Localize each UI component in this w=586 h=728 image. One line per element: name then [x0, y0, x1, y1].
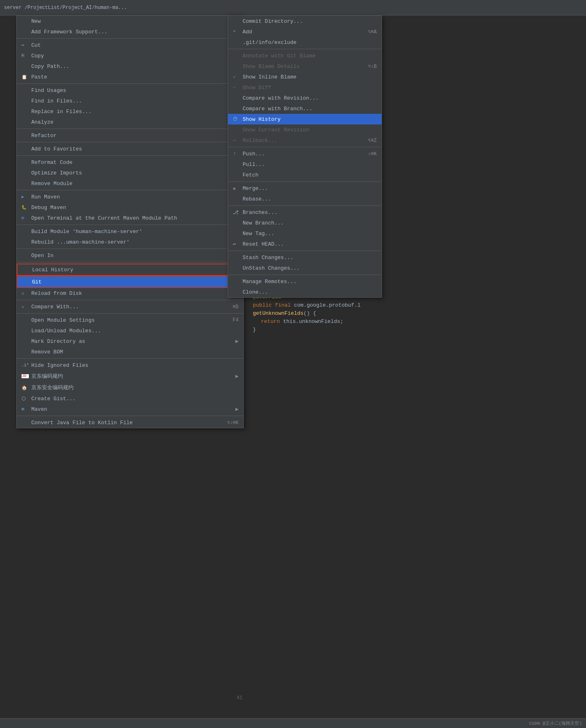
terminal-icon: ⊞: [22, 216, 29, 220]
menu-item-find-in-files[interactable]: Find in Files...^⇧F: [17, 96, 243, 106]
menu-item-remove-bom[interactable]: Remove BOM: [17, 347, 243, 357]
label-open-terminal: Open Terminal at the Current Maven Modul…: [31, 215, 239, 221]
context-menu-left: New▶Add Framework Support...✂Cut⌘X⎘Copy⌘…: [16, 15, 244, 428]
git-menu-item-new-branch[interactable]: New Branch...: [228, 218, 382, 228]
label-find-in-files: Find in Files...: [31, 98, 221, 104]
menu-item-rebuild[interactable]: Rebuild ...uman-machine-server'⇧⌘F9: [17, 237, 243, 247]
git-menu-item-commit-dir[interactable]: Commit Directory...: [228, 16, 382, 26]
git-label-stash-changes: Stash Changes...: [243, 255, 377, 261]
code-line: }: [228, 326, 578, 334]
git-menu-item-compare-revision[interactable]: Compare with Revision...: [228, 93, 382, 103]
git-menu-item-manage-remotes[interactable]: Manage Remotes...: [228, 276, 382, 287]
label-debug-maven: Debug Maven: [31, 205, 232, 211]
menu-item-compare-with[interactable]: ✦Compare With...⌘D: [17, 301, 243, 312]
menu-item-cut[interactable]: ✂Cut⌘X: [17, 40, 243, 50]
label-optimize-imports: Optimize Imports: [31, 170, 221, 176]
label-mark-directory: Mark Directory as: [31, 338, 232, 344]
git-menu-item-merge[interactable]: ⚒Merge...: [228, 183, 382, 194]
git-menu-item-unstash-changes[interactable]: UnStash Changes...: [228, 263, 382, 273]
menu-item-add-framework[interactable]: Add Framework Support...: [17, 26, 243, 37]
menu-item-hide-ignored[interactable]: .i*Hide Ignored Files: [17, 360, 243, 371]
git-menu-item-show-inline-blame[interactable]: ✓Show Inline Blame: [228, 72, 382, 82]
git-menu-item-reset-head[interactable]: ↩Reset HEAD...: [228, 239, 382, 249]
separator: [17, 262, 243, 262]
add-icon: +: [233, 29, 240, 35]
git-label-new-branch: New Branch...: [243, 220, 377, 226]
reload-icon: ↺: [22, 291, 29, 296]
menu-item-new[interactable]: New▶: [17, 16, 243, 26]
code-line: getUnknownFields() {: [228, 310, 578, 318]
menu-item-optimize-imports[interactable]: Optimize Imports⌥⌘O: [17, 168, 243, 178]
git-menu-item-clone[interactable]: Clone...: [228, 287, 382, 297]
git-menu-item-show-diff[interactable]: ↔Show Diff: [228, 82, 382, 93]
git-menu-item-push[interactable]: ↑Push...⇧⌘K: [228, 148, 382, 159]
git-label-show-history: Show History: [243, 116, 377, 122]
menu-item-mark-directory[interactable]: Mark Directory as▶: [17, 336, 243, 347]
menu-item-analyze[interactable]: Analyze▶: [17, 117, 243, 127]
git-shortcut-push: ⇧⌘K: [368, 151, 377, 157]
menu-item-copy[interactable]: ⎘Copy⌘C: [17, 50, 243, 61]
git-menu-item-fetch[interactable]: Fetch: [228, 170, 382, 180]
menu-item-maven[interactable]: mMaven▶: [17, 404, 243, 414]
git-menu-item-rollback[interactable]: ↩Rollback...⌥⌘Z: [228, 135, 382, 146]
git-label-rollback: Rollback...: [243, 137, 360, 144]
git-menu-item-compare-branch[interactable]: Compare with Branch...: [228, 103, 382, 114]
git-menu-item-annotate-blame[interactable]: Annotate with Git Blame: [228, 50, 382, 61]
git-label-rebase: Rebase...: [243, 196, 377, 202]
git-menu-item-show-current-revision[interactable]: Show Current Revision: [228, 124, 382, 135]
git-menu-item-rebase[interactable]: Rebase...: [228, 194, 382, 204]
git-menu-item-add[interactable]: +Add⌥⌘A: [228, 26, 382, 37]
git-menu-item-show-history[interactable]: ⏱Show History: [228, 114, 382, 124]
git-shortcut-show-blame-details: ⌥⇧B: [368, 63, 377, 70]
git-label-fetch: Fetch: [243, 172, 377, 178]
label-add-framework: Add Framework Support...: [31, 29, 239, 35]
label-convert-kotlin: Convert Java File to Kotlin File: [31, 420, 219, 426]
menu-item-jd-security[interactable]: 🏠京东安全编码规约: [17, 382, 243, 393]
menu-item-remove-module[interactable]: Remove Module⌦: [17, 178, 243, 189]
menu-item-copy-path[interactable]: Copy Path...: [17, 61, 243, 72]
menu-item-find-usages[interactable]: Find Usages⌥F7: [17, 85, 243, 96]
menu-item-paste[interactable]: 📋Paste⌘V: [17, 72, 243, 82]
github-icon: ⬡: [22, 396, 29, 402]
menu-item-run-maven[interactable]: ▶Run Maven▶: [17, 192, 243, 202]
label-run-maven: Run Maven: [31, 194, 232, 200]
git-label-merge: Merge...: [243, 185, 377, 192]
menu-item-debug-maven[interactable]: 🐛Debug Maven▶: [17, 202, 243, 213]
menu-item-reformat-code[interactable]: Reformat Code⌥⌘L: [17, 157, 243, 168]
menu-item-convert-kotlin[interactable]: Convert Java File to Kotlin File⌥⇧⌘K: [17, 417, 243, 428]
git-menu-item-show-blame-details[interactable]: Show Blame Details⌥⇧B: [228, 61, 382, 72]
cut-icon: ✂: [22, 42, 29, 48]
menu-item-open-in[interactable]: Open In▶: [17, 250, 243, 261]
menu-item-create-gist[interactable]: ⬡Create Gist...: [17, 393, 243, 404]
arrow-jd-coding: ▶: [235, 373, 239, 379]
check-icon: ✓: [233, 74, 240, 80]
git-label-new-tag: New Tag...: [243, 231, 377, 237]
git-label-show-current-revision: Show Current Revision: [243, 127, 377, 133]
menu-item-replace-in-files[interactable]: Replace in Files...^⇧R: [17, 106, 243, 117]
menu-item-load-unload-modules[interactable]: Load/Unload Modules...: [17, 325, 243, 336]
menu-item-local-history[interactable]: Local History▶: [17, 264, 243, 276]
menu-item-open-module-settings[interactable]: Open Module SettingsF4: [17, 315, 243, 325]
separator: [17, 248, 243, 249]
git-menu-item-new-tag[interactable]: New Tag...: [228, 228, 382, 239]
label-copy: Copy: [31, 53, 225, 59]
git-menu-item-pull[interactable]: Pull...: [228, 159, 382, 170]
menu-item-build-module[interactable]: Build Module 'human-machine-server': [17, 226, 243, 237]
menu-item-reload-from-disk[interactable]: ↺Reload from Disk: [17, 288, 243, 299]
git-menu-item-git-info-exclude[interactable]: .git/info/exclude: [228, 37, 382, 48]
run-maven-icon: ▶: [22, 194, 29, 199]
menu-item-git[interactable]: Git▶: [17, 276, 243, 288]
menu-item-open-terminal[interactable]: ⊞Open Terminal at the Current Maven Modu…: [17, 213, 243, 223]
title-bar-text: server /ProjectList/Project_AI/human-ma.…: [4, 5, 127, 11]
git-separator: [228, 205, 382, 206]
code-line: public final com.google.protobuf.l: [228, 301, 578, 310]
label-new: New: [31, 18, 232, 24]
menu-item-add-to-favorites[interactable]: Add to Favorites▶: [17, 144, 243, 154]
git-menu-item-branches[interactable]: ⎇Branches...: [228, 207, 382, 218]
separator: [17, 142, 243, 142]
git-label-commit-dir: Commit Directory...: [243, 18, 377, 24]
git-menu-item-stash-changes[interactable]: Stash Changes...: [228, 252, 382, 263]
menu-item-jd-coding[interactable]: JD京东编码规约▶: [17, 371, 243, 382]
menu-item-refactor[interactable]: Refactor▶: [17, 130, 243, 141]
context-menu-git: Commit Directory...+Add⌥⌘A.git/info/excl…: [228, 15, 382, 298]
